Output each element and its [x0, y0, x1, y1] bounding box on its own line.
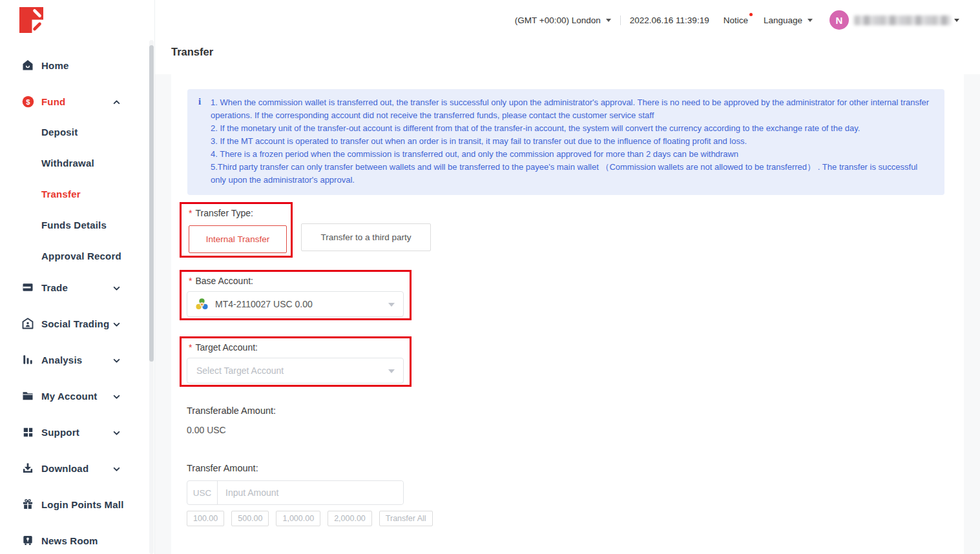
sidebar-item-label: Funds Details: [41, 220, 107, 231]
sidebar-item-label: Withdrawal: [41, 158, 94, 169]
sidebar-item-label: Home: [41, 60, 68, 71]
notice-label: Notice: [724, 15, 748, 25]
sidebar-item-label: Social Trading: [41, 318, 109, 329]
sidebar-item-deposit[interactable]: Deposit: [0, 123, 142, 140]
chevron-down-icon: [112, 464, 121, 473]
sidebar-item-label: Approval Record: [41, 251, 121, 262]
notice-badge-dot: [749, 13, 753, 16]
quick-amount-button[interactable]: 2,000.00: [328, 511, 372, 526]
transfer-type-label: *Transfer Type:: [189, 208, 253, 218]
page-gutter-left: [155, 74, 171, 554]
sidebar-scrollbar[interactable]: [149, 40, 154, 554]
target-account-select[interactable]: Select Target Account: [187, 358, 404, 384]
chevron-down-icon: [388, 303, 395, 307]
transfer-all-button[interactable]: Transfer All: [379, 511, 433, 526]
chevron-down-icon: [112, 428, 121, 437]
notice-button[interactable]: Notice: [724, 15, 748, 25]
brand-logo-icon: [19, 7, 44, 33]
sidebar-item-news-room[interactable]: News Room: [0, 532, 142, 549]
transferable-amount-label: Transferable Amount:: [187, 405, 276, 416]
sidebar-item-withdrawal[interactable]: Withdrawal: [0, 154, 142, 171]
base-account-label: *Base Account:: [189, 276, 253, 286]
language-label: Language: [764, 15, 802, 25]
sidebar-scrollbar-thumb[interactable]: [149, 45, 154, 362]
chevron-down-icon: [112, 283, 121, 292]
chevron-down-icon: [388, 369, 395, 373]
svg-text:$: $: [26, 97, 30, 105]
chevron-down-icon: [606, 19, 611, 22]
quick-amount-button[interactable]: 100.00: [187, 511, 224, 526]
sidebar-item-label: Deposit: [41, 127, 78, 138]
news-room-icon: [21, 533, 35, 548]
username-redacted[interactable]: [854, 15, 951, 25]
amount-input[interactable]: [218, 481, 403, 504]
mt4-logo-icon: [195, 298, 209, 311]
required-marker: *: [189, 342, 192, 353]
base-account-value: MT4-2110027 USC 0.00: [215, 299, 313, 309]
notice-box: i 1. When the commission wallet is trans…: [187, 89, 944, 195]
sidebar-item-label: Download: [41, 463, 89, 474]
sidebar-item-analysis[interactable]: Analysis: [0, 351, 142, 368]
sidebar-item-label: Transfer: [41, 189, 81, 200]
sidebar-item-funds-details[interactable]: Funds Details: [0, 216, 142, 233]
sidebar-item-login-points-mall[interactable]: Login Points Mall: [0, 496, 142, 513]
internal-transfer-button[interactable]: Internal Transfer: [189, 225, 287, 253]
timezone-selector[interactable]: (GMT +00:00) London: [515, 15, 611, 25]
social-trading-icon: [21, 316, 35, 331]
chevron-up-icon: [112, 97, 121, 107]
fund-icon: $: [21, 94, 35, 108]
sidebar-item-label: Fund: [41, 96, 65, 107]
sidebar-item-label: My Account: [41, 391, 97, 402]
datetime-display: 2022.06.16 11:39:19: [630, 15, 709, 25]
third-party-transfer-button[interactable]: Transfer to a third party: [301, 223, 431, 251]
chevron-down-icon: [112, 392, 121, 401]
sidebar-item-trade[interactable]: Trade: [0, 279, 142, 296]
annotation-box-transfer-type: *Transfer Type: Internal Transfer: [180, 202, 293, 258]
notice-line: 2. If the monetary unit of the transfer-…: [211, 122, 930, 135]
notice-line: 1. When the commission wallet is transfe…: [211, 96, 930, 122]
notice-line: 5.Third party transfer can only transfer…: [211, 161, 930, 187]
chevron-down-icon: [112, 320, 121, 329]
chevron-down-icon: [808, 19, 813, 22]
sidebar-item-home[interactable]: Home: [0, 57, 142, 74]
notice-line: 4. There is a frozen period when the com…: [211, 148, 930, 161]
sidebar-item-my-account[interactable]: My Account: [0, 387, 142, 404]
annotation-box-base-account: *Base Account: MT4-2110027 USC 0.00: [180, 270, 412, 320]
language-selector[interactable]: Language: [764, 15, 813, 25]
required-marker: *: [189, 208, 192, 218]
timezone-label: (GMT +00:00) London: [515, 15, 601, 25]
user-avatar[interactable]: N: [829, 10, 849, 30]
sidebar-item-label: Analysis: [41, 354, 82, 365]
currency-prefix: USC: [187, 481, 218, 504]
sidebar-item-social-trading[interactable]: Social Trading: [0, 315, 142, 332]
trade-icon: [21, 280, 35, 294]
sidebar-item-label: Trade: [41, 282, 68, 293]
page-title: Transfer: [171, 46, 213, 58]
analysis-icon: [21, 353, 35, 367]
target-account-label: *Target Account:: [189, 342, 258, 353]
brand-logo[interactable]: [19, 7, 44, 33]
chevron-down-icon: [112, 356, 121, 365]
sidebar-item-approval-record[interactable]: Approval Record: [0, 247, 142, 264]
sidebar-item-transfer[interactable]: Transfer: [0, 185, 142, 202]
info-icon: i: [198, 96, 201, 107]
sidebar-item-label: Support: [41, 427, 79, 438]
sidebar-item-label: News Room: [41, 535, 98, 546]
download-icon: [21, 461, 35, 475]
sidebar-item-label: Login Points Mall: [41, 499, 124, 510]
base-account-select[interactable]: MT4-2110027 USC 0.00: [187, 291, 404, 317]
sidebar-item-support[interactable]: Support: [0, 424, 142, 440]
quick-amount-row: 100.00 500.00 1,000.00 2,000.00 Transfer…: [187, 511, 433, 526]
quick-amount-button[interactable]: 500.00: [231, 511, 269, 526]
home-icon: [21, 58, 35, 72]
target-account-placeholder: Select Target Account: [187, 365, 284, 376]
transfer-amount-group: USC: [187, 480, 404, 505]
quick-amount-button[interactable]: 1,000.00: [276, 511, 320, 526]
grid-icon: [21, 425, 35, 439]
required-marker: *: [189, 276, 192, 286]
sidebar: Home $ Fund Deposit Withdrawal Transfer …: [0, 0, 155, 554]
page-gutter-right: [964, 74, 980, 554]
sidebar-item-download[interactable]: Download: [0, 460, 142, 477]
notice-line: 3. If the MT account is operated to tran…: [211, 135, 930, 148]
sidebar-item-fund[interactable]: $ Fund: [0, 93, 142, 110]
